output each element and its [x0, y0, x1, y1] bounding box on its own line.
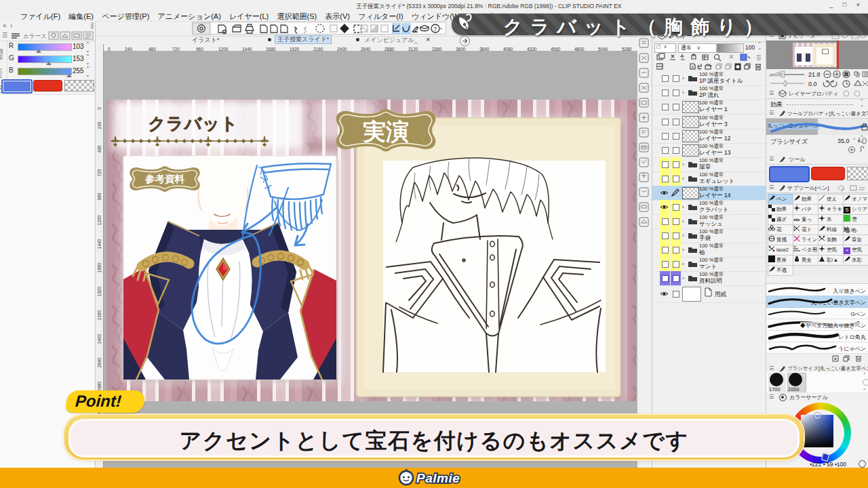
svg-text:720: 720 [97, 169, 102, 176]
svg-text:0.0: 0.0 [808, 81, 817, 87]
svg-text:1920: 1920 [97, 286, 102, 296]
svg-text:クラバット: クラバット [149, 115, 239, 133]
svg-text:1440: 1440 [97, 239, 102, 249]
svg-text:2880: 2880 [97, 381, 102, 391]
svg-text:2160: 2160 [97, 310, 102, 320]
svg-text:960: 960 [97, 192, 102, 200]
svg-text:実演: 実演 [362, 119, 409, 144]
svg-text:1200: 1200 [97, 215, 102, 225]
svg-text:21.8: 21.8 [808, 71, 821, 78]
svg-text:0: 0 [97, 107, 102, 110]
svg-text:2400: 2400 [97, 333, 102, 344]
svg-text:1680: 1680 [97, 262, 102, 272]
svg-text:240: 240 [97, 121, 102, 129]
svg-text:480: 480 [97, 145, 102, 152]
svg-text:?: ? [433, 26, 437, 33]
svg-text:Palmie: Palmie [416, 471, 460, 485]
svg-text:2640: 2640 [97, 357, 102, 367]
svg-text:参考資料: 参考資料 [144, 174, 185, 184]
